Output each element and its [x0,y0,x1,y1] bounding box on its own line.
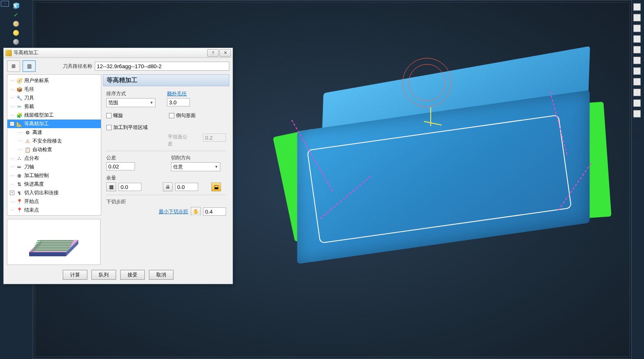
tree-item-9[interactable]: ⋯∴点分布 [7,154,101,163]
shade-yellow-icon[interactable] [11,29,21,37]
panel-close-x[interactable]: × [1,1,9,7]
tree-item-12[interactable]: ⋯⇅快进高度 [7,180,101,189]
rt-icon-5[interactable] [633,46,641,53]
allowance-label: 余量 [106,175,116,181]
tree-node-icon: 📦 [16,87,23,92]
cancel-button[interactable]: 取消 [149,270,174,280]
tree-item-7[interactable]: ⋯⚠不安全段移去 [7,137,101,145]
tree-node-label: 残留模型加工 [24,112,54,119]
tree-node-icon: 🧭 [16,78,23,84]
tree-item-5[interactable]: −📐等高精加工 [7,120,101,128]
cursor-icon[interactable]: ↖ [633,132,641,140]
tree-leaf-icon: ⋯ [10,174,14,178]
extra-stock-input[interactable] [167,98,190,106]
tree-node-label: 刀轴 [24,163,34,170]
dialog-title: 等高精加工 [14,49,206,56]
tree-node-icon: ⇅ [16,182,23,187]
tree-node-label: 切入切出和连接 [24,189,59,196]
tree-item-13[interactable]: +↯切入切出和连接 [7,189,101,197]
tree-leaf-icon: ⋯ [10,156,14,161]
collapse-icon[interactable]: − [10,122,14,126]
rt-icon-9[interactable] [633,89,641,96]
rt-icon-11[interactable] [633,110,641,117]
tree-item-4[interactable]: ⋯🧩残留模型加工 [7,111,101,120]
path-name-input[interactable] [95,62,229,71]
chevron-down-icon: ▼ [150,101,153,105]
rt-icon-8[interactable] [633,78,641,85]
flat-checkbox[interactable] [106,125,112,130]
tree-node-icon: ⚙ [24,130,31,136]
min-step-icon[interactable]: ✋ [191,207,201,216]
tree-item-1[interactable]: ⋯📦毛坯 [7,85,101,94]
rt-icon-2[interactable] [633,14,641,21]
tol-input[interactable] [106,162,135,170]
rt-icon-6[interactable] [633,57,641,64]
calc-button[interactable]: 计算 [63,270,87,280]
mode-vertical-button[interactable]: ▥ [23,60,36,72]
mode-strategy-button[interactable]: ⊞ [7,60,20,72]
allow-component-button[interactable]: ⬓ [211,182,221,191]
tree-node-label: 高速 [32,129,42,136]
allow-radial-input[interactable] [119,183,142,191]
tree-item-11[interactable]: ⋯⊕加工轴控制 [7,171,101,180]
accept-check-icon[interactable]: ✓ [11,11,21,19]
shade-tan-icon[interactable] [11,20,21,28]
toolpath-new-icon[interactable]: 🧊 [11,2,21,10]
tree-item-10[interactable]: ⋯✏刀轴 [7,163,101,171]
spiral-checkbox[interactable] [106,113,112,118]
dialog-close-button[interactable]: ✕ [219,49,231,57]
svg-marker-3 [29,252,66,256]
accept-button[interactable]: 接受 [120,270,145,280]
tree-node-label: 自动检查 [32,146,52,153]
shade-gray-icon[interactable] [11,38,21,46]
tree-node-label: 结束点 [24,207,39,214]
allow-axial-icon[interactable]: ⇊ [163,182,173,191]
left-toolbar: 🧊 ✓ [11,2,21,55]
undercut-checkbox[interactable] [169,113,174,118]
sort-label: 排序方式 [106,90,155,97]
tree-item-0[interactable]: ⋯🧭用户坐标系 [7,76,101,85]
tree-node-icon: ⊕ [16,173,23,179]
tree-node-icon: ↯ [16,190,23,196]
min-step-input[interactable] [203,207,226,216]
form-header: 等高精加工 [103,74,229,86]
strategy-tree[interactable]: ⋯🧭用户坐标系⋯📦毛坯⋯🔧刀具⋯✂剪裁⋯🧩残留模型加工−📐等高精加工⋯⚙高速⋯⚠… [7,74,101,216]
tree-node-icon: 🔧 [16,95,23,101]
sort-value: 范围 [108,99,118,106]
allow-axial-input[interactable] [175,183,198,191]
rt-icon-4[interactable] [633,35,641,43]
form-pane: 等高精加工 排序方式 范围 ▼ 额外毛坯 [103,74,229,216]
tree-item-14[interactable]: ⋯📍开始点 [7,197,101,206]
rt-icon-7[interactable] [633,67,641,75]
tree-node-icon: ∴ [16,156,23,161]
tree-node-icon: 📍 [16,199,23,205]
tree-node-icon: 📐 [16,121,23,127]
tree-item-2[interactable]: ⋯🔧刀具 [7,94,101,102]
expand-icon[interactable]: + [10,191,14,195]
queue-button[interactable]: 队列 [91,270,116,280]
stepdown-label: 下切步距 [106,199,126,205]
undercut-label: 倒勾形面 [176,112,196,119]
sort-combo[interactable]: 范围 ▼ [106,98,155,107]
rt-icon-3[interactable] [633,25,641,32]
min-step-link[interactable]: 最小下切步距 [159,208,188,215]
cutdir-combo[interactable]: 任意 ▼ [171,162,220,171]
allow-radial-icon[interactable]: ▦ [106,182,116,191]
tree-item-15[interactable]: ⋯📍结束点 [7,206,101,214]
flat-tol-label: 平坦面公差 [168,133,192,147]
tree-leaf-icon: ⋯ [18,139,23,143]
tree-node-label: 刀具 [24,94,34,101]
rt-icon-10[interactable] [633,99,641,107]
tree-item-6[interactable]: ⋯⚙高速 [7,128,101,137]
rt-icon-1[interactable] [633,3,641,11]
tree-item-16[interactable]: +➠进给和转速 [7,214,101,216]
tree-item-3[interactable]: ⋯✂剪裁 [7,102,101,111]
chevron-down-icon: ▼ [215,165,218,169]
tree-node-label: 点分布 [24,155,39,162]
tree-leaf-icon: ⋯ [10,105,14,109]
extra-stock-link[interactable]: 额外毛坯 [167,90,190,97]
dialog-titlebar[interactable]: 等高精加工 ? ✕ [4,48,233,58]
tree-item-8[interactable]: ⋯📋自动检查 [7,145,101,154]
tol-label: 公差 [106,154,135,161]
dialog-help-button[interactable]: ? [207,49,219,57]
